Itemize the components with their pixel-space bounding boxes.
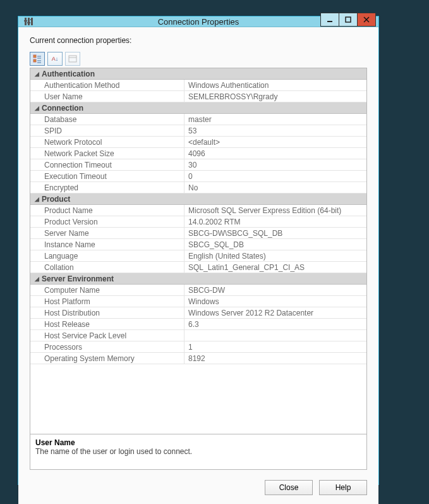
property-value: Windows Server 2012 R2 Datacenter <box>184 307 366 318</box>
svg-rect-5 <box>30 19 33 20</box>
property-value: 0 <box>184 171 366 181</box>
property-value: SBCG_SQL_DB <box>184 239 366 250</box>
titlebar[interactable]: Connection Properties <box>18 16 378 27</box>
property-row[interactable]: Authentication MethodWindows Authenticat… <box>30 80 366 91</box>
property-row[interactable]: Connection Timeout30 <box>30 159 366 171</box>
collapse-icon[interactable]: ◢ <box>33 276 42 282</box>
property-row[interactable]: Operating System Memory8192 <box>30 353 366 364</box>
property-row[interactable]: Network Protocol<default> <box>30 137 366 148</box>
property-grid[interactable]: ◢AuthenticationAuthentication MethodWind… <box>30 68 367 434</box>
property-value: 8192 <box>184 353 366 364</box>
property-value <box>184 330 366 341</box>
maximize-button[interactable] <box>339 13 358 27</box>
collapse-icon[interactable]: ◢ <box>33 71 42 77</box>
property-name: Database <box>30 114 184 125</box>
property-name: Operating System Memory <box>30 353 184 364</box>
property-value: English (United States) <box>184 250 366 261</box>
svg-rect-3 <box>24 20 27 22</box>
description-title: User Name <box>35 438 361 447</box>
property-row[interactable]: Host PlatformWindows <box>30 296 366 307</box>
property-row[interactable]: Host DistributionWindows Server 2012 R2 … <box>30 307 366 319</box>
property-name: Processors <box>30 341 184 352</box>
collapse-icon[interactable]: ◢ <box>33 105 42 111</box>
property-value: SEMLERBROSSY\Rgrady <box>184 91 366 102</box>
category-header[interactable]: ◢Authentication <box>30 68 366 80</box>
property-row[interactable]: Execution Timeout0 <box>30 171 366 182</box>
property-value: No <box>184 182 366 193</box>
category-header[interactable]: ◢Connection <box>30 102 366 114</box>
property-row[interactable]: Server NameSBCG-DW\SBCG_SQL_DB <box>30 228 366 239</box>
dialog-body: Current connection properties: A↓ ◢Authe… <box>18 27 378 504</box>
property-row[interactable]: Product NameMicrosoft SQL Server Express… <box>30 205 366 216</box>
property-toolbar: A↓ <box>30 51 367 66</box>
property-name: Instance Name <box>30 239 184 250</box>
dialog-window: Connection Properties Current connection… <box>18 16 379 485</box>
category-name: Product <box>42 195 70 204</box>
property-row[interactable]: SPID53 <box>30 125 366 137</box>
property-row[interactable]: Instance NameSBCG_SQL_DB <box>30 239 366 250</box>
property-value: 6.3 <box>184 319 366 329</box>
property-value: 4096 <box>184 148 366 159</box>
property-name: User Name <box>30 91 184 102</box>
property-row[interactable]: Host Service Pack Level <box>30 330 366 341</box>
property-name: Collation <box>30 262 184 273</box>
property-name: SPID <box>30 125 184 136</box>
property-row[interactable]: CollationSQL_Latin1_General_CP1_CI_AS <box>30 262 366 273</box>
property-name: Product Name <box>30 205 184 216</box>
help-button[interactable]: Help <box>319 480 367 495</box>
property-row[interactable]: Computer NameSBCG-DW <box>30 285 366 296</box>
property-row[interactable]: Network Packet Size4096 <box>30 148 366 159</box>
description-text: The name of the user or login used to co… <box>35 447 361 456</box>
properties-icon <box>23 16 33 27</box>
property-value: 30 <box>184 159 366 170</box>
minimize-button[interactable] <box>320 13 339 27</box>
property-name: Host Service Pack Level <box>30 330 184 341</box>
svg-rect-7 <box>346 17 351 22</box>
property-name: Product Version <box>30 216 184 227</box>
svg-rect-10 <box>33 55 36 58</box>
svg-rect-4 <box>27 22 30 23</box>
property-value: Microsoft SQL Server Express Edition (64… <box>184 205 366 216</box>
property-row[interactable]: Databasemaster <box>30 114 366 125</box>
property-name: Network Protocol <box>30 137 184 147</box>
svg-rect-11 <box>33 59 36 62</box>
property-name: Language <box>30 250 184 261</box>
category-header[interactable]: ◢Server Environment <box>30 273 366 285</box>
header-label: Current connection properties: <box>30 36 367 45</box>
property-row[interactable]: Product Version14.0.2002 RTM <box>30 216 366 228</box>
property-name: Host Platform <box>30 296 184 307</box>
property-pages-button[interactable] <box>65 52 80 66</box>
property-value: Windows Authentication <box>184 80 366 90</box>
category-name: Connection <box>42 104 83 113</box>
property-value: 14.0.2002 RTM <box>184 216 366 227</box>
property-value: <default> <box>184 137 366 147</box>
property-row[interactable]: User NameSEMLERBROSSY\Rgrady <box>30 91 366 102</box>
property-name: Connection Timeout <box>30 159 184 170</box>
alphabetical-button[interactable]: A↓ <box>47 52 63 66</box>
property-row[interactable]: LanguageEnglish (United States) <box>30 250 366 262</box>
close-window-button[interactable] <box>357 13 376 27</box>
property-name: Execution Timeout <box>30 171 184 181</box>
property-row[interactable]: Processors1 <box>30 341 366 353</box>
svg-rect-2 <box>31 18 33 25</box>
svg-rect-1 <box>28 18 30 25</box>
property-name: Host Distribution <box>30 307 184 318</box>
collapse-icon[interactable]: ◢ <box>33 196 42 202</box>
property-value: 1 <box>184 341 366 352</box>
property-value: SBCG-DW\SBCG_SQL_DB <box>184 228 366 238</box>
property-row[interactable]: Host Release6.3 <box>30 319 366 330</box>
property-value: master <box>184 114 366 125</box>
close-button[interactable]: Close <box>265 480 313 495</box>
property-value: 53 <box>184 125 366 136</box>
property-name: Network Packet Size <box>30 148 184 159</box>
category-header[interactable]: ◢Product <box>30 194 366 205</box>
property-name: Authentication Method <box>30 80 184 90</box>
property-value: SBCG-DW <box>184 285 366 295</box>
grid-empty-space <box>30 364 366 434</box>
property-row[interactable]: EncryptedNo <box>30 182 366 194</box>
property-name: Server Name <box>30 228 184 238</box>
category-name: Server Environment <box>42 274 114 283</box>
category-name: Authentication <box>42 70 95 78</box>
categorized-button[interactable] <box>30 52 45 66</box>
property-value: SQL_Latin1_General_CP1_CI_AS <box>184 262 366 273</box>
